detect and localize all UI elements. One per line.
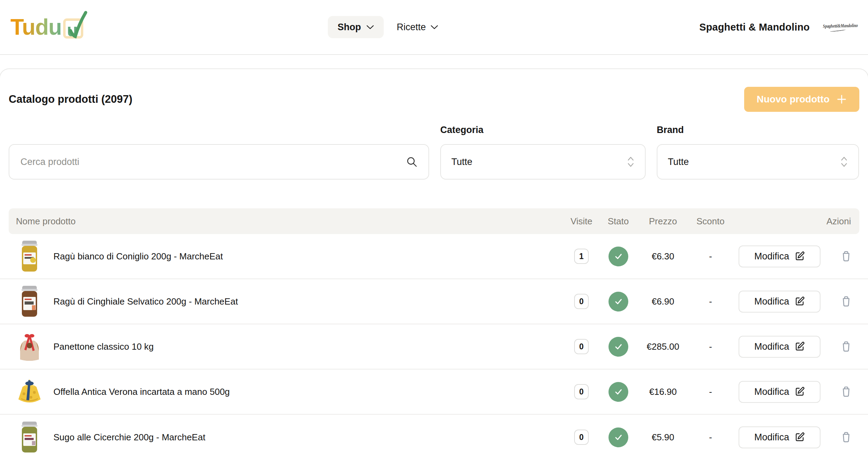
status-active-toggle[interactable] bbox=[609, 292, 628, 311]
product-name: Offella Antica Verona incartata a mano 5… bbox=[53, 387, 230, 397]
delete-button[interactable] bbox=[840, 385, 852, 398]
signature-flourish bbox=[830, 28, 845, 32]
edit-button-label: Modifica bbox=[754, 251, 789, 262]
table-row: Sugo alle Cicerchie 200g - MarcheEat 0 €… bbox=[0, 415, 868, 457]
edit-button[interactable]: Modifica bbox=[739, 291, 820, 313]
col-header-actions: Azioni bbox=[731, 216, 859, 227]
plus-icon bbox=[836, 94, 847, 105]
visits-badge: 0 bbox=[574, 384, 589, 399]
product-discount: - bbox=[690, 432, 731, 443]
nav-item-ricette[interactable]: Ricette bbox=[397, 22, 438, 33]
trash-icon bbox=[840, 250, 852, 263]
product-image-panettone bbox=[14, 329, 45, 364]
brand-filter-label: Brand bbox=[657, 125, 859, 144]
edit-icon bbox=[794, 387, 805, 397]
visits-badge: 1 bbox=[574, 249, 589, 264]
table-row: Ragù bianco di Coniglio 200g - MarcheEat… bbox=[0, 234, 868, 279]
brand-select[interactable]: Tutte bbox=[657, 144, 859, 180]
account-brand-logo: Spaghetti&Mandolino bbox=[823, 23, 853, 32]
product-price: €6.90 bbox=[636, 296, 690, 307]
category-select-value: Tutte bbox=[451, 157, 473, 167]
trash-icon bbox=[840, 340, 852, 353]
status-active-toggle[interactable] bbox=[609, 337, 628, 357]
delete-button[interactable] bbox=[840, 340, 852, 353]
col-header-name: Nome prodotto bbox=[9, 216, 562, 227]
filters-row: Categoria Tutte Brand Tutte bbox=[9, 125, 859, 180]
search-icon bbox=[406, 156, 418, 168]
edit-icon bbox=[794, 341, 805, 352]
status-active-toggle[interactable] bbox=[609, 382, 628, 402]
product-price: €16.90 bbox=[636, 387, 690, 397]
col-header-visits: Visite bbox=[562, 216, 601, 227]
category-select[interactable]: Tutte bbox=[440, 144, 646, 180]
product-name: Ragù bianco di Coniglio 200g - MarcheEat bbox=[53, 251, 223, 262]
edit-button-label: Modifica bbox=[754, 387, 789, 397]
edit-button[interactable]: Modifica bbox=[739, 381, 820, 403]
product-price: €5.90 bbox=[636, 432, 690, 443]
search-filter-spacer bbox=[9, 125, 429, 144]
table-row: Panettone classico 10 kg 0 €285.00 - Mod… bbox=[0, 324, 868, 369]
new-product-button[interactable]: Nuovo prodotto bbox=[744, 87, 859, 112]
visits-badge: 0 bbox=[574, 294, 589, 309]
brand-filter: Brand Tutte bbox=[657, 125, 859, 180]
edit-button-label: Modifica bbox=[754, 296, 789, 307]
check-icon bbox=[614, 387, 623, 397]
chevron-down-icon bbox=[431, 25, 438, 30]
visits-badge: 0 bbox=[574, 339, 589, 354]
nav-ricette-label: Ricette bbox=[397, 22, 426, 33]
catalog-card: Catalogo prodotti (2097) Nuovo prodotto bbox=[0, 68, 868, 457]
brand-select-value: Tutte bbox=[668, 157, 689, 167]
search-button[interactable] bbox=[406, 156, 418, 168]
chevron-down-icon bbox=[366, 25, 374, 30]
visits-badge: 0 bbox=[574, 430, 589, 445]
edit-icon bbox=[794, 432, 805, 442]
product-price: €285.00 bbox=[636, 341, 690, 352]
top-navbar: Tudu u Shop Ricette Spaghetti & Mandolin… bbox=[0, 0, 868, 55]
edit-button[interactable]: Modifica bbox=[739, 426, 820, 448]
trash-icon bbox=[840, 385, 852, 398]
logo-check-icon bbox=[68, 10, 88, 40]
product-discount: - bbox=[690, 387, 731, 397]
product-discount: - bbox=[690, 251, 731, 262]
tuduu-logo[interactable]: Tudu u bbox=[10, 12, 83, 42]
check-icon bbox=[614, 297, 623, 306]
product-name: Sugo alle Cicerchie 200g - MarcheEat bbox=[53, 432, 205, 443]
nav-item-shop[interactable]: Shop bbox=[328, 16, 384, 38]
nav-shop-label: Shop bbox=[338, 22, 361, 33]
edit-icon bbox=[794, 296, 805, 307]
status-active-toggle[interactable] bbox=[609, 427, 628, 447]
account-menu[interactable]: Spaghetti & Mandolino Spaghetti&Mandolin… bbox=[699, 22, 857, 33]
edit-button[interactable]: Modifica bbox=[739, 336, 820, 358]
edit-button[interactable]: Modifica bbox=[739, 246, 820, 267]
product-image-jar bbox=[14, 239, 45, 274]
check-icon bbox=[614, 342, 623, 351]
account-name: Spaghetti & Mandolino bbox=[699, 22, 810, 33]
product-table-body: Ragù bianco di Coniglio 200g - MarcheEat… bbox=[0, 234, 868, 457]
trash-icon bbox=[840, 295, 852, 308]
edit-icon bbox=[794, 251, 805, 261]
main-nav: Shop Ricette bbox=[328, 0, 438, 54]
select-chevrons-icon bbox=[840, 156, 848, 168]
search-input[interactable] bbox=[20, 156, 406, 168]
table-row: Ragù di Cinghiale Selvatico 200g - March… bbox=[0, 279, 868, 324]
check-icon bbox=[614, 252, 623, 261]
search-filter bbox=[9, 125, 429, 180]
col-header-price: Prezzo bbox=[636, 216, 690, 227]
logo-checkbox: u bbox=[63, 18, 83, 39]
product-image-offella bbox=[14, 374, 45, 409]
col-header-status: Stato bbox=[601, 216, 636, 227]
new-product-label: Nuovo prodotto bbox=[757, 94, 829, 105]
delete-button[interactable] bbox=[840, 250, 852, 263]
select-chevrons-icon bbox=[627, 156, 635, 168]
check-icon bbox=[614, 433, 623, 442]
table-header: Nome prodotto Visite Stato Prezzo Sconto… bbox=[9, 208, 859, 234]
page-title: Catalogo prodotti (2097) bbox=[9, 93, 133, 106]
trash-icon bbox=[840, 431, 852, 443]
search-box bbox=[9, 144, 429, 180]
delete-button[interactable] bbox=[840, 295, 852, 308]
status-active-toggle[interactable] bbox=[609, 247, 628, 266]
delete-button[interactable] bbox=[840, 431, 852, 443]
product-image-jar bbox=[14, 420, 45, 455]
title-row: Catalogo prodotti (2097) Nuovo prodotto bbox=[9, 69, 859, 112]
product-price: €6.30 bbox=[636, 251, 690, 262]
